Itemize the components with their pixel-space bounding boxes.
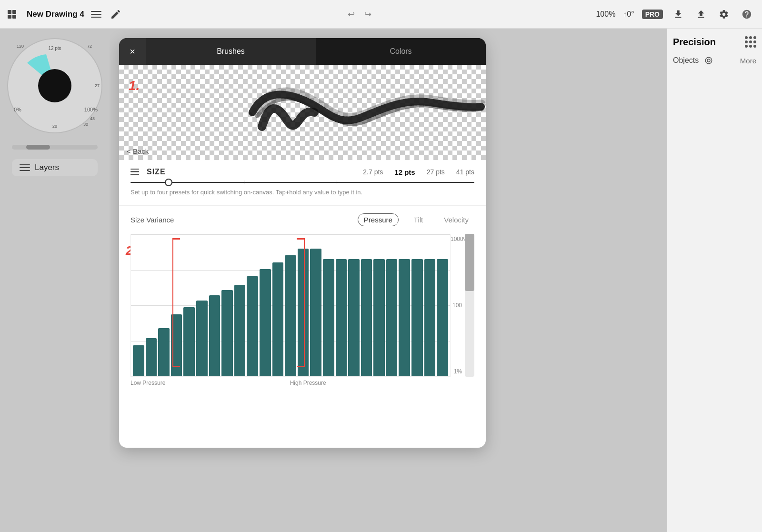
help-icon[interactable] bbox=[739, 7, 754, 22]
download-icon[interactable] bbox=[671, 7, 686, 22]
brush-panel: × Brushes Colors 1. < Back bbox=[119, 38, 486, 448]
objects-icon[interactable] bbox=[703, 55, 714, 66]
size-lines-icon bbox=[130, 169, 139, 175]
bar-14 bbox=[310, 249, 321, 376]
variance-section: Size Variance Pressure Tilt Velocity 2. bbox=[119, 206, 486, 448]
size-slider-thumb[interactable] bbox=[165, 179, 172, 186]
redo-icon[interactable]: ↪ bbox=[364, 9, 371, 20]
size-hint: Set up to four presets for quick switchi… bbox=[130, 189, 474, 196]
layer-scrollbar-thumb bbox=[26, 145, 50, 150]
size-label: SIZE bbox=[147, 168, 166, 176]
bracket-right-bottom bbox=[297, 366, 304, 367]
brush-panel-header: × Brushes Colors bbox=[119, 38, 486, 65]
zoom-level: 100% bbox=[596, 10, 615, 19]
svg-rect-3 bbox=[130, 171, 139, 172]
bar-21 bbox=[399, 259, 410, 376]
top-bar-right: 100% ↑0° PRO bbox=[596, 7, 754, 22]
sidebar-right: Precision Objects More bbox=[667, 29, 762, 532]
tab-colors[interactable]: Colors bbox=[316, 38, 486, 65]
size-presets: 2.7 pts 12 pts 27 pts 41 pts bbox=[363, 168, 474, 176]
size-preset-3[interactable]: 27 pts bbox=[427, 168, 445, 176]
objects-label[interactable]: Objects bbox=[673, 56, 699, 65]
layers-icon bbox=[20, 164, 30, 171]
bar-15 bbox=[323, 259, 334, 376]
size-preset-4[interactable]: 41 pts bbox=[456, 168, 474, 176]
bar-18 bbox=[361, 259, 372, 376]
layer-scrollbar[interactable] bbox=[12, 145, 98, 150]
svg-point-0 bbox=[706, 57, 712, 64]
brush-stroke-svg bbox=[119, 65, 486, 160]
radial-menu[interactable]: 12 pts 0% 100% 120 72 27 48 30 28 bbox=[7, 38, 102, 133]
settings-icon[interactable] bbox=[716, 7, 732, 22]
chart-x-labels: Low Pressure High Pressure bbox=[130, 380, 474, 386]
precision-title: Precision bbox=[673, 37, 716, 48]
bar-chart: 1000% 100 1% bbox=[130, 234, 474, 377]
size-section: SIZE 2.7 pts 12 pts 27 pts 41 pts Set up… bbox=[119, 160, 486, 206]
top-bar: New Drawing 4 ↩ ↪ 100% ↑0° PRO bbox=[0, 0, 762, 29]
bar-5 bbox=[196, 301, 208, 376]
bar-8 bbox=[234, 285, 246, 376]
bar-20 bbox=[386, 259, 398, 376]
tick-48: 48 bbox=[90, 116, 95, 121]
tick-30: 30 bbox=[83, 122, 88, 127]
size-preset-2[interactable]: 12 pts bbox=[394, 168, 415, 176]
bar-6 bbox=[209, 295, 221, 376]
menu-icon[interactable] bbox=[91, 11, 101, 18]
app-title: New Drawing 4 bbox=[27, 10, 84, 19]
chart-bars bbox=[131, 234, 450, 376]
grid-icon[interactable] bbox=[8, 10, 16, 19]
tick-28: 28 bbox=[52, 124, 57, 129]
size-slider[interactable] bbox=[130, 182, 474, 183]
size-preset-1[interactable]: 2.7 pts bbox=[363, 168, 383, 176]
bracket-left bbox=[172, 238, 174, 367]
layers-label: Layers bbox=[35, 163, 59, 172]
angle-value: ↑0° bbox=[623, 10, 634, 19]
close-button[interactable]: × bbox=[119, 38, 146, 65]
brush-icon[interactable] bbox=[108, 7, 123, 22]
back-button[interactable]: < Back bbox=[127, 147, 149, 155]
bar-19 bbox=[373, 259, 385, 376]
radial-size-label: 12 pts bbox=[48, 46, 61, 51]
precision-grid-icon[interactable] bbox=[745, 36, 756, 48]
bar-16 bbox=[336, 259, 347, 376]
variance-title: Size Variance bbox=[130, 216, 174, 224]
size-header: SIZE 2.7 pts 12 pts 27 pts 41 pts bbox=[130, 168, 474, 176]
x-axis-right: High Pressure bbox=[290, 380, 326, 386]
bracket-left-bottom bbox=[172, 366, 180, 367]
upload-icon[interactable] bbox=[693, 7, 709, 22]
tab-brushes[interactable]: Brushes bbox=[146, 38, 316, 65]
top-bar-center: ↩ ↪ bbox=[123, 9, 596, 20]
pro-badge: PRO bbox=[642, 10, 663, 19]
variance-header: Size Variance Pressure Tilt Velocity bbox=[130, 213, 474, 226]
layers-button[interactable]: Layers bbox=[12, 159, 98, 176]
tab-tilt[interactable]: Tilt bbox=[408, 214, 429, 226]
bar-12 bbox=[285, 255, 296, 376]
undo-icon[interactable]: ↩ bbox=[348, 9, 355, 20]
more-label[interactable]: More bbox=[740, 57, 756, 65]
tab-pressure[interactable]: Pressure bbox=[358, 213, 399, 226]
chart-wrapper: 2. bbox=[130, 234, 474, 386]
bracket-right bbox=[303, 238, 305, 367]
radial-center-circle bbox=[38, 69, 71, 102]
bar-9 bbox=[247, 276, 258, 376]
bar-4 bbox=[183, 307, 195, 376]
x-axis-left: Low Pressure bbox=[130, 380, 165, 386]
chart-y-axis: 1000% 100 1% bbox=[451, 234, 474, 377]
bar-22 bbox=[411, 259, 423, 376]
objects-row: Objects More bbox=[673, 55, 756, 66]
svg-rect-2 bbox=[130, 169, 139, 170]
sidebar-left: 12 pts 0% 100% 120 72 27 48 30 28 Layers bbox=[0, 29, 110, 532]
bar-11 bbox=[272, 262, 284, 376]
top-bar-left: New Drawing 4 bbox=[8, 7, 123, 22]
tick-27: 27 bbox=[95, 83, 100, 88]
main-area: × Brushes Colors 1. < Back bbox=[110, 29, 667, 532]
bar-24 bbox=[437, 259, 448, 376]
svg-rect-4 bbox=[130, 174, 139, 175]
bracket-left-top bbox=[172, 238, 180, 240]
bar-17 bbox=[348, 259, 360, 376]
bar-1 bbox=[146, 338, 157, 376]
tab-velocity[interactable]: Velocity bbox=[438, 214, 474, 226]
brush-preview: 1. < Back bbox=[119, 65, 486, 160]
bar-23 bbox=[424, 259, 436, 376]
tick-120: 120 bbox=[17, 44, 24, 49]
